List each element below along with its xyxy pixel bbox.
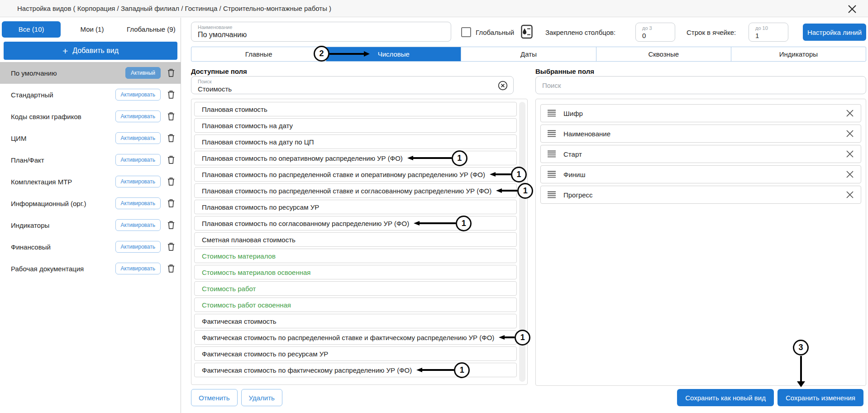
selected-field-list: Шифр Наименование Старт: [540, 104, 861, 204]
activate-view-button[interactable]: Активировать: [115, 241, 161, 253]
available-field-row[interactable]: Фактическая стоимость по ресурсам УР: [194, 346, 517, 361]
available-field-row[interactable]: Плановая стоимость: [194, 102, 517, 116]
available-field-row[interactable]: Плановая стоимость по распределенной ста…: [194, 183, 517, 198]
activate-view-button[interactable]: Активный: [125, 67, 161, 79]
available-field-row[interactable]: Стоимость материалов: [194, 249, 517, 263]
titlebar: Настройка видов ( Корпорация / Западный …: [0, 0, 868, 17]
available-field-row[interactable]: Плановая стоимость на дату по ЦП: [194, 134, 517, 149]
delete-view-icon[interactable]: [167, 90, 175, 99]
close-window-icon[interactable]: [846, 3, 858, 15]
activate-view-button[interactable]: Активировать: [115, 263, 161, 274]
activate-view-button[interactable]: Активировать: [115, 197, 161, 209]
view-list-item[interactable]: Индикаторы Активировать: [0, 214, 181, 236]
delete-view-icon[interactable]: [167, 221, 175, 230]
available-field-row[interactable]: Стоимость работ освоенная: [194, 298, 517, 312]
available-field-row[interactable]: Фактическая стоимость по фактическому ра…: [194, 363, 517, 377]
save-as-new-button[interactable]: Сохранить как новый вид: [677, 389, 774, 406]
tab-indicator-fields[interactable]: Индикаторы: [731, 47, 866, 61]
view-list-item[interactable]: Финансовый Активировать: [0, 236, 181, 258]
available-field-row[interactable]: Плановая стоимость по согласованному рас…: [194, 216, 517, 231]
pinned-columns-field[interactable]: до 3: [635, 23, 675, 42]
pinned-columns-input[interactable]: [642, 31, 668, 40]
remove-field-icon[interactable]: [845, 190, 854, 199]
available-field-row[interactable]: Плановая стоимость по ресурсам УР: [194, 200, 517, 214]
available-field-row[interactable]: Плановая стоимость по оперативному распр…: [194, 151, 517, 165]
view-list-item[interactable]: План/Факт Активировать: [0, 149, 181, 171]
activate-view-button[interactable]: Активировать: [115, 219, 161, 231]
activate-view-button[interactable]: Активировать: [115, 176, 161, 187]
delete-view-icon[interactable]: [167, 177, 175, 186]
ink-drop-icon[interactable]: [520, 24, 534, 39]
activate-view-button[interactable]: Активировать: [115, 132, 161, 144]
tab-main-fields[interactable]: Главные: [191, 47, 326, 61]
remove-field-icon[interactable]: [845, 109, 854, 118]
selected-search-field[interactable]: [535, 76, 866, 94]
remove-field-icon[interactable]: [845, 149, 854, 158]
tab-global-views[interactable]: Глобальные (9): [122, 21, 181, 38]
view-list-item[interactable]: Коды связки графиков Активировать: [0, 106, 181, 127]
cancel-button[interactable]: Отменить: [191, 389, 238, 406]
available-search-field[interactable]: Поиск: [191, 76, 514, 94]
global-checkbox[interactable]: [461, 27, 471, 37]
view-list-item[interactable]: Комплектация МТР Активировать: [0, 171, 181, 192]
delete-button[interactable]: Удалить: [241, 389, 282, 406]
view-name-input[interactable]: [198, 30, 444, 39]
field-label: Плановая стоимость на дату: [202, 122, 293, 130]
tab-all-views[interactable]: Все (10): [2, 21, 61, 38]
clear-search-icon[interactable]: [498, 81, 508, 91]
selected-field-row[interactable]: Наименование: [540, 125, 861, 143]
selected-field-row[interactable]: Финиш: [540, 165, 861, 183]
pinned-columns-label: Закреплено столбцов:: [545, 29, 615, 36]
delete-view-icon[interactable]: [167, 134, 175, 143]
remove-field-icon[interactable]: [845, 129, 854, 138]
delete-view-icon[interactable]: [167, 264, 175, 273]
field-label: Фактическая стоимость по распределенной …: [202, 334, 494, 341]
save-changes-button[interactable]: Сохранить изменения: [777, 389, 863, 406]
view-list-item[interactable]: Стандартный Активировать: [0, 84, 181, 106]
add-view-button[interactable]: + Добавить вид: [4, 42, 177, 60]
drag-handle-icon[interactable]: [547, 130, 556, 137]
view-list-item[interactable]: Рабочая документация Активировать: [0, 258, 181, 279]
delete-view-icon[interactable]: [167, 68, 175, 77]
available-field-row[interactable]: Фактическая стоимость по распределенной …: [194, 330, 517, 345]
annotation-marker-1: 1: [499, 330, 530, 346]
selected-search-input[interactable]: [542, 77, 859, 94]
drag-handle-icon[interactable]: [547, 110, 556, 117]
activate-view-button[interactable]: Активировать: [115, 154, 161, 166]
tab-date-fields[interactable]: Даты: [461, 47, 596, 61]
view-list-item[interactable]: ЦИМ Активировать: [0, 127, 181, 149]
view-name-field[interactable]: Наименование: [191, 22, 451, 42]
activate-view-button[interactable]: Активировать: [115, 110, 161, 122]
drag-handle-icon[interactable]: [547, 150, 556, 158]
rows-per-cell-input[interactable]: [755, 31, 782, 40]
delete-view-icon[interactable]: [167, 199, 175, 208]
selected-field-row[interactable]: Старт: [540, 145, 861, 163]
rows-per-cell-field[interactable]: до 10: [749, 23, 788, 42]
view-list-item[interactable]: Информационный (орг.) Активировать: [0, 192, 181, 214]
line-settings-button[interactable]: Настройка линий: [803, 24, 866, 41]
available-field-row[interactable]: Стоимость материалов освоенная: [194, 265, 517, 279]
field-label: Плановая стоимость на дату по ЦП: [202, 138, 314, 146]
field-category-tabs: Главные Числовые Даты Сквозные Индикатор…: [191, 47, 866, 62]
view-list-item[interactable]: По умолчанию Активный: [0, 62, 181, 84]
tab-my-views[interactable]: Мои (1): [62, 21, 121, 38]
annotation-1-arrow: [420, 222, 456, 224]
available-field-row[interactable]: Плановая стоимость по распределенной ста…: [194, 167, 517, 182]
delete-view-icon[interactable]: [167, 155, 175, 164]
available-field-row[interactable]: Плановая стоимость на дату: [194, 118, 517, 133]
drag-handle-icon[interactable]: [547, 171, 556, 178]
delete-view-icon[interactable]: [167, 242, 175, 251]
available-search-input[interactable]: [198, 85, 487, 94]
remove-field-icon[interactable]: [845, 170, 854, 179]
drag-handle-icon[interactable]: [547, 191, 556, 198]
available-field-row[interactable]: Сметная плановая стоимость: [194, 232, 517, 247]
delete-view-icon[interactable]: [167, 112, 175, 121]
selected-field-row[interactable]: Прогресс: [540, 186, 861, 204]
view-filter-tabs: Все (10) Мои (1) Глобальные (9): [0, 20, 181, 39]
activate-view-button[interactable]: Активировать: [115, 89, 161, 101]
available-field-row[interactable]: Стоимость работ: [194, 281, 517, 296]
tab-cross-fields[interactable]: Сквозные: [596, 47, 731, 61]
selected-field-row[interactable]: Шифр: [540, 104, 861, 122]
annotation-1-arrowhead: [407, 156, 413, 160]
available-field-row[interactable]: Фактическая стоимость: [194, 314, 517, 328]
